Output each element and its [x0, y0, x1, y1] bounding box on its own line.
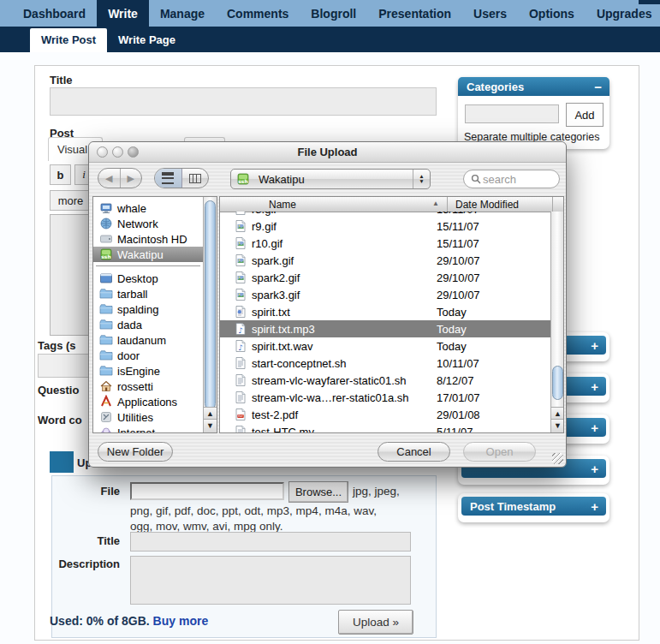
file-row-r10.gif[interactable]: r10.gif15/11/07 [220, 235, 550, 252]
sidebar-separator [96, 265, 200, 266]
pdf-file-icon: PDF [234, 408, 247, 421]
svg-text:ssh: ssh [101, 253, 110, 259]
quota-status: Used: 0% of 8GB. Buy more [50, 614, 208, 628]
file-row-spark.gif[interactable]: spark.gif29/10/07 [220, 252, 550, 269]
sidebar-item-macintosh-hd[interactable]: Macintosh HD [93, 231, 203, 247]
folder-icon [99, 287, 113, 301]
forward-icon[interactable]: ▶ [121, 169, 142, 188]
dialog-titlebar[interactable]: File Upload [89, 142, 566, 163]
file-row-r8.gif[interactable]: r8.gif15/11/07 [220, 212, 550, 218]
sidebar-item-desktop[interactable]: Desktop [93, 271, 203, 286]
buy-more-link[interactable]: Buy more [153, 614, 209, 628]
file-list-header[interactable]: Name ▲ Date Modified [220, 197, 563, 212]
sidebar-item-spalding[interactable]: spalding [93, 301, 203, 317]
svg-text:♪: ♪ [238, 343, 243, 352]
sidebar-item-tarball[interactable]: tarball [93, 286, 203, 301]
script-file-icon [234, 391, 247, 404]
expand-icon[interactable]: + [591, 462, 606, 476]
collapse-icon[interactable]: − [594, 80, 609, 94]
folder-icon [99, 318, 113, 331]
bold-button[interactable]: b [50, 164, 71, 185]
browse-button[interactable]: Browse... [288, 481, 348, 503]
file-row-test-2.pdf[interactable]: PDFtest-2.pdf29/01/08 [220, 406, 550, 423]
folder-icon [99, 349, 113, 362]
scrollbar-thumb[interactable] [205, 200, 216, 409]
cancel-button[interactable]: Cancel [378, 442, 450, 462]
sidebar-item-rossetti[interactable]: rossetti [93, 379, 203, 394]
categories-header[interactable]: Categories − [458, 77, 609, 96]
nav-item-blogroll[interactable]: Blogroll [300, 0, 367, 27]
file-row-start-conceptnet.sh[interactable]: start-conceptnet.sh10/11/07 [220, 355, 550, 372]
search-field[interactable] [463, 170, 560, 188]
tab-write-page[interactable]: Write Page [107, 28, 187, 52]
file-row-stream-vlc-wayfarer-static01.sh[interactable]: stream-vlc-wayfarer-static01.sh8/12/07 [220, 372, 550, 389]
nav-item-manage[interactable]: Manage [149, 0, 216, 27]
back-icon[interactable]: ◀ [98, 169, 121, 188]
column-date-modified[interactable]: Date Modified [455, 199, 519, 211]
expand-icon[interactable]: + [591, 379, 606, 394]
search-input[interactable] [481, 172, 544, 187]
new-folder-button[interactable]: New Folder [98, 442, 173, 462]
more-button[interactable]: more [50, 190, 92, 211]
scrollbar-thumb[interactable] [552, 366, 563, 400]
nav-item-comments[interactable]: Comments [216, 0, 300, 27]
column-view-icon [189, 174, 201, 183]
upload-title-input[interactable] [130, 532, 411, 552]
expand-icon[interactable]: + [591, 499, 606, 514]
tags-label: Tags (s [38, 339, 76, 352]
tab-write-post[interactable]: Write Post [30, 28, 107, 52]
sidebar-scrollbar[interactable]: ▲ ▼ [203, 197, 217, 432]
file-row-stream-vlc-wa…rer-static01a.sh[interactable]: stream-vlc-wa…rer-static01a.sh17/01/07 [220, 389, 550, 406]
resize-grip[interactable] [552, 453, 563, 464]
image-file-icon [234, 236, 247, 250]
panel-post-timestamp: Post Timestamp+ [458, 493, 609, 522]
column-view-button[interactable] [182, 169, 209, 188]
nav-item-dashboard[interactable]: Dashboard [12, 0, 97, 27]
categories-title: Categories [458, 80, 594, 93]
file-row-spirit.txt[interactable]: spirit.txtToday [220, 303, 550, 320]
sidebar-item-door[interactable]: door [93, 348, 203, 363]
scroll-down-icon[interactable]: ▼ [204, 419, 217, 432]
sort-ascending-icon: ▲ [432, 200, 439, 207]
description-textarea[interactable] [130, 556, 411, 605]
file-list-scrollbar[interactable]: ▲ ▼ [550, 212, 563, 432]
file-path-input[interactable] [130, 482, 284, 500]
filetypes-line1: jpg, jpeg, [353, 485, 400, 498]
nav-item-users[interactable]: Users [462, 0, 518, 27]
location-popup[interactable]: ssh Wakatipu ▲▼ [230, 169, 431, 189]
sidebar-item-applications[interactable]: Applications [93, 394, 203, 409]
sidebar-item-laudanum[interactable]: laudanum [93, 332, 203, 348]
file-row-spark3.gif[interactable]: spark3.gif29/10/07 [220, 286, 550, 303]
post-title-input[interactable] [50, 87, 437, 116]
expand-icon[interactable]: + [591, 420, 606, 435]
nav-item-write[interactable]: Write [97, 0, 149, 27]
panel-header[interactable]: Post Timestamp+ [461, 497, 606, 516]
expand-icon[interactable]: + [591, 338, 606, 353]
file-row-spirit.txt.wav[interactable]: ♪spirit.txt.wavToday [220, 337, 550, 355]
image-file-icon [234, 219, 247, 233]
column-name[interactable]: Name [269, 199, 296, 211]
add-category-button[interactable]: Add [566, 103, 604, 127]
sidebar-item-wakatipu[interactable]: sshWakatipu [93, 247, 203, 262]
file-row-spirit.txt.mp3[interactable]: ♪spirit.txt.mp3Today [220, 320, 550, 337]
scroll-down-icon[interactable]: ▼ [551, 419, 564, 432]
harddrive-icon [99, 232, 113, 246]
home-icon [99, 379, 113, 393]
file-row-spark2.gif[interactable]: spark2.gif29/10/07 [220, 269, 550, 286]
category-input[interactable] [465, 104, 559, 123]
list-view-button[interactable] [155, 169, 182, 188]
sidebar-item-whale[interactable]: whale [93, 200, 203, 216]
nav-item-presentation[interactable]: Presentation [367, 0, 462, 27]
list-view-icon [162, 172, 174, 184]
sidebar-item-network[interactable]: Network [93, 216, 203, 231]
sidebar-item-dada[interactable]: dada [93, 317, 203, 332]
nav-item-options[interactable]: Options [518, 0, 586, 27]
file-row-r9.gif[interactable]: r9.gif15/11/07 [220, 218, 550, 235]
sidebar-item-utilities[interactable]: Utilities [93, 409, 203, 425]
sidebar-item-isengine[interactable]: isEngine [93, 363, 203, 379]
open-button[interactable]: Open [463, 442, 536, 462]
audio-file-icon: ♪ [234, 339, 247, 353]
view-mode-control[interactable] [154, 168, 209, 188]
back-forward-control[interactable]: ◀ ▶ [98, 168, 142, 188]
upload-button[interactable]: Upload » [338, 610, 413, 635]
